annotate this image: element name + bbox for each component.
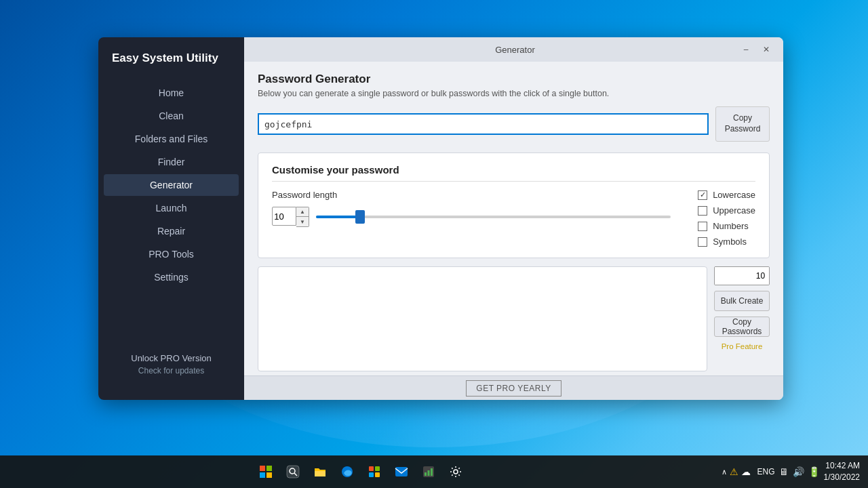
- checkbox-uppercase-label: Uppercase: [713, 205, 755, 216]
- svg-rect-2: [260, 472, 265, 478]
- checkbox-symbols-label: Symbols: [713, 237, 747, 247]
- sidebar-item-settings[interactable]: Settings: [104, 266, 239, 288]
- checkbox-uppercase-box[interactable]: [698, 206, 707, 216]
- checkbox-symbols[interactable]: Symbols: [698, 237, 755, 247]
- taskbar-datetime[interactable]: 10:42 AM 1/30/2022: [824, 460, 860, 483]
- slider-thumb[interactable]: [355, 210, 365, 224]
- sidebar-item-folders[interactable]: Folders and Files: [104, 128, 239, 150]
- taskbar-time-text: 10:42 AM: [824, 460, 860, 472]
- pro-feature-label: Pro Feature: [714, 342, 770, 350]
- taskbar: ∧ ⚠ ☁ ENG 🖥 🔊 🔋 10:42 AM 1/30/2022: [0, 455, 868, 488]
- slider-track: [316, 216, 671, 218]
- monitor-icon: 🖥: [779, 466, 789, 477]
- customise-title: Customise your password: [272, 164, 755, 182]
- checkmark-lowercase: ✓: [700, 190, 706, 199]
- password-row: CopyPassword: [258, 106, 770, 142]
- checkbox-uppercase[interactable]: Uppercase: [698, 205, 755, 216]
- bulk-textarea[interactable]: [258, 266, 707, 371]
- title-bar: Generator – ✕: [244, 37, 783, 62]
- sidebar-item-generator[interactable]: Generator: [104, 174, 239, 196]
- bulk-create-button[interactable]: Bulk Create: [714, 291, 770, 311]
- bulk-count-spinner: ▲ ▼: [714, 266, 770, 285]
- main-content: Generator – ✕ Password Generator Below y…: [244, 37, 783, 400]
- bulk-count-input[interactable]: [715, 267, 770, 285]
- customise-body: Password length ▲ ▼: [272, 190, 755, 247]
- copy-password-button[interactable]: CopyPassword: [715, 106, 770, 142]
- svg-rect-8: [369, 466, 374, 471]
- taskbar-left: [0, 460, 722, 484]
- taskbar-mail-button[interactable]: [389, 460, 414, 484]
- spinner-up-button[interactable]: ▲: [296, 207, 309, 217]
- svg-rect-0: [260, 466, 265, 471]
- copy-passwords-button[interactable]: CopyPasswords: [714, 317, 770, 337]
- battery-icon: 🔋: [808, 466, 820, 477]
- sidebar-item-pro-tools[interactable]: PRO Tools: [104, 243, 239, 265]
- tray-cloud-icon: ☁: [741, 466, 751, 477]
- customise-section: Customise your password Password length …: [258, 152, 770, 258]
- close-button[interactable]: ✕: [757, 43, 775, 56]
- desktop: Easy System Utility Home Clean Folders a…: [0, 0, 868, 488]
- bottom-bar: GET PRO YEARLY: [244, 375, 783, 400]
- section-title: Password Generator: [258, 73, 770, 86]
- length-row: ▲ ▼: [272, 207, 671, 227]
- svg-rect-4: [287, 466, 299, 478]
- sidebar-item-repair[interactable]: Repair: [104, 220, 239, 242]
- taskbar-fileexplorer-button[interactable]: [308, 460, 332, 484]
- sidebar-item-home[interactable]: Home: [104, 82, 239, 104]
- password-length-section: Password length ▲ ▼: [272, 190, 671, 247]
- svg-rect-14: [425, 472, 427, 476]
- svg-rect-1: [267, 466, 272, 471]
- sidebar-item-finder[interactable]: Finder: [104, 151, 239, 173]
- unlock-pro-link[interactable]: Unlock PRO Version: [112, 353, 231, 363]
- spinner-down-button[interactable]: ▼: [296, 217, 309, 226]
- taskbar-right: ∧ ⚠ ☁ ENG 🖥 🔊 🔋 10:42 AM 1/30/2022: [722, 460, 868, 483]
- app-title: Easy System Utility: [98, 51, 244, 82]
- checkboxes-section: ✓ Lowercase Uppercase Numbers: [698, 190, 755, 247]
- tray-warning-icon: ⚠: [730, 466, 738, 477]
- spinner-buttons: ▲ ▼: [296, 207, 309, 227]
- svg-point-17: [454, 470, 458, 474]
- taskbar-settings-button[interactable]: [443, 460, 468, 484]
- length-spinner: ▲ ▼: [272, 207, 309, 227]
- language-indicator[interactable]: ENG: [757, 467, 775, 476]
- svg-rect-3: [267, 472, 272, 478]
- length-input[interactable]: [272, 207, 296, 226]
- content-area: Password Generator Below you can generat…: [244, 62, 783, 375]
- sidebar-nav: Home Clean Folders and Files Finder Gene…: [98, 82, 244, 342]
- start-button[interactable]: [254, 460, 278, 484]
- section-header: Password Generator Below you can generat…: [258, 73, 770, 98]
- get-pro-yearly-button[interactable]: GET PRO YEARLY: [466, 380, 561, 396]
- svg-rect-16: [431, 468, 433, 476]
- checkbox-lowercase-label: Lowercase: [713, 190, 755, 200]
- svg-rect-10: [369, 472, 374, 477]
- bulk-section: ▲ ▼ Bulk Create CopyPasswords Pro Featur…: [258, 266, 770, 371]
- checkbox-numbers-box[interactable]: [698, 222, 707, 231]
- volume-icon[interactable]: 🔊: [793, 466, 804, 477]
- window-title: Generator: [293, 45, 737, 55]
- tray-chevron[interactable]: ∧: [722, 468, 727, 476]
- checkbox-numbers[interactable]: Numbers: [698, 221, 755, 231]
- checkbox-lowercase[interactable]: ✓ Lowercase: [698, 190, 755, 200]
- sidebar-item-clean[interactable]: Clean: [104, 105, 239, 127]
- taskbar-taskmanager-button[interactable]: [416, 460, 441, 484]
- svg-rect-15: [427, 470, 429, 476]
- password-input[interactable]: [258, 113, 709, 135]
- checkbox-lowercase-box[interactable]: ✓: [698, 190, 707, 200]
- system-tray-icons: ∧ ⚠ ☁: [722, 466, 751, 477]
- taskbar-store-button[interactable]: [362, 460, 387, 484]
- checkbox-numbers-label: Numbers: [713, 221, 749, 231]
- taskbar-search-button[interactable]: [281, 460, 305, 484]
- checkbox-symbols-box[interactable]: [698, 237, 707, 247]
- minimize-button[interactable]: –: [737, 43, 755, 56]
- check-updates-link[interactable]: Check for updates: [112, 366, 231, 375]
- slider-fill: [316, 216, 359, 218]
- password-length-label: Password length: [272, 190, 671, 200]
- svg-rect-12: [395, 467, 408, 476]
- app-window: Easy System Utility Home Clean Folders a…: [98, 37, 783, 400]
- section-subtitle: Below you can generate a single password…: [258, 89, 770, 98]
- svg-rect-9: [375, 466, 380, 471]
- window-controls: – ✕: [737, 43, 775, 56]
- taskbar-date-text: 1/30/2022: [824, 472, 860, 483]
- sidebar-item-launch[interactable]: Launch: [104, 197, 239, 219]
- taskbar-edge-button[interactable]: [335, 460, 359, 484]
